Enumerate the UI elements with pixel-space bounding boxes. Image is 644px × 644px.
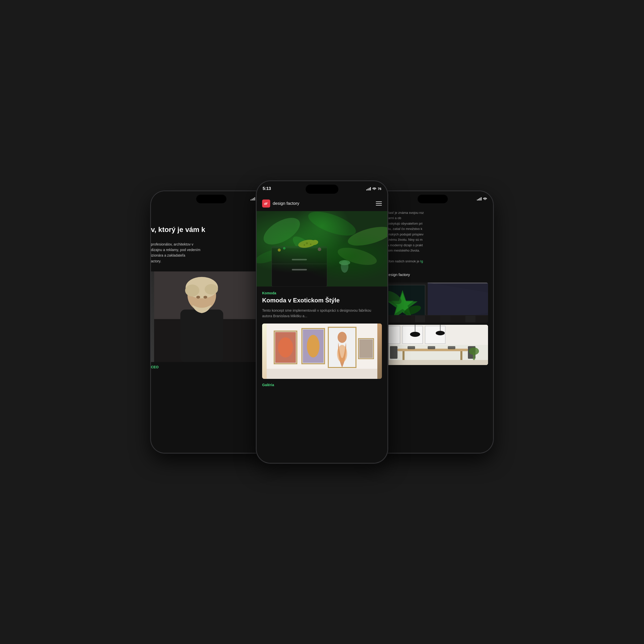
svg-text:df: df [264, 202, 268, 206]
svg-rect-83 [408, 346, 415, 349]
right-content: Táto oblasť je známa svojou roz cií, kav… [372, 191, 493, 453]
signal-bars-left [251, 197, 255, 200]
right-text-p5: spoločenských podujatí prispiev [377, 232, 488, 237]
article-excerpt-text: Tento koncept sme implementovali v spolu… [262, 308, 371, 318]
svg-point-5 [185, 285, 199, 296]
wifi-icon-right [483, 197, 487, 201]
svg-point-9 [196, 296, 200, 299]
right-img-1 [377, 283, 488, 323]
battery-value-center: 76 [378, 187, 381, 191]
svg-point-10 [204, 296, 207, 299]
person-image [151, 271, 272, 362]
signal-bar-c1 [366, 189, 367, 190]
gallery-image [262, 324, 382, 379]
gallery-category: Galéria [257, 379, 387, 387]
signal-bar-r1 [477, 199, 478, 200]
right-img-2 [377, 325, 488, 365]
right-text-p6: komunitnému životu. Nivy sú m [377, 237, 488, 242]
svg-rect-62 [390, 316, 400, 322]
left-content: v, ktorý je vám k profesionálov, archite… [151, 191, 272, 453]
center-screen: 5:13 76 [257, 181, 387, 463]
status-icons-right [477, 197, 487, 201]
logo-icon: df [262, 199, 270, 208]
svg-rect-64 [440, 316, 450, 322]
right-screen: 5:13 [372, 191, 493, 453]
signal-bar-c2 [368, 189, 368, 190]
left-body: profesionálov, architektov v dizajnu a r… [151, 241, 272, 264]
battery-center: 76 [378, 187, 381, 191]
svg-point-75 [410, 332, 420, 337]
svg-point-44 [307, 335, 319, 357]
phone-center: 5:13 76 [257, 181, 387, 463]
left-hero-text: v, ktorý je vám k [151, 218, 272, 234]
svg-rect-85 [448, 346, 455, 349]
svg-rect-81 [390, 346, 397, 359]
exotic-overlay [257, 211, 387, 287]
left-body-p4: actory. [151, 258, 272, 264]
right-link[interactable]: Ig [420, 259, 423, 263]
phone-right: 5:13 [372, 191, 493, 453]
article-title: Komoda v Exotickom Štýle [257, 297, 387, 308]
right-text-p4: rekreáciu, zatiaľ čo množstvo k [377, 226, 488, 231]
status-icons-center: 76 [366, 187, 381, 191]
gallery-svg [262, 324, 382, 379]
svg-point-6 [205, 284, 218, 295]
right-text-p9: Fotografom našich snímok je Ig [377, 259, 488, 264]
left-nav [151, 209, 272, 218]
logo-svg: df [264, 201, 269, 206]
dynamic-island-left [196, 195, 226, 203]
svg-point-87 [469, 347, 479, 355]
signal-bar-4 [254, 197, 255, 200]
dynamic-island-center [306, 185, 338, 194]
logo-text: design factory [273, 201, 299, 206]
signal-bar-r2 [478, 199, 479, 200]
status-time-center: 5:13 [263, 186, 271, 191]
right-images [372, 280, 493, 365]
svg-point-41 [278, 337, 293, 357]
left-screen: 76 v, ktorý je vám k profesionálov, ar [151, 191, 272, 453]
svg-rect-49 [359, 339, 373, 358]
left-body-p3: izionára a zakladateľa [151, 253, 272, 258]
phones-container: 76 v, ktorý je vám k profesionálov, ar [45, 181, 599, 463]
signal-bar-c4 [370, 187, 371, 190]
right-text-p2: cií, kaviarní a ob [377, 215, 488, 221]
signal-bars-right [477, 197, 481, 200]
left-body-p1: profesionálov, architektov v [151, 241, 272, 247]
svg-rect-65 [465, 316, 475, 322]
svg-rect-63 [415, 316, 425, 322]
article-excerpt: Tento koncept sme implementovali v spolu… [257, 308, 387, 324]
right-img-1-svg [377, 283, 488, 323]
right-text-area: Táto oblasť je známa svojou roz cií, kav… [372, 208, 493, 269]
logo-area: df design factory [262, 199, 299, 208]
center-nav: df design factory [257, 197, 387, 210]
signal-bar-1 [251, 199, 251, 200]
left-body-p2: dizajnu a reklamy, pod vedením [151, 247, 272, 253]
signal-bar-c3 [369, 188, 370, 190]
right-img-2-svg [377, 325, 488, 365]
ceo-label: CEO [151, 362, 272, 369]
right-logo-row: df design factory [372, 269, 493, 280]
svg-rect-8 [180, 310, 223, 362]
signal-bars-center [366, 187, 371, 190]
right-text-p7: stretáva moderný dizajn s prakt [377, 243, 488, 248]
signal-bar-3 [253, 198, 254, 200]
svg-rect-88 [377, 360, 488, 365]
signal-bar-r4 [481, 197, 481, 200]
article-category: Komoda [257, 287, 387, 297]
left-heading: v, ktorý je vám k [151, 225, 272, 234]
person-svg [151, 271, 272, 362]
signal-bar-2 [252, 199, 253, 200]
phone-left: 76 v, ktorý je vám k profesionálov, ar [151, 191, 272, 453]
signal-bar-r3 [479, 198, 480, 200]
svg-point-47 [337, 345, 347, 363]
wifi-icon-center [372, 187, 376, 191]
right-text-p8: komfortom mestského života. [377, 248, 488, 253]
svg-rect-37 [267, 369, 377, 379]
right-text-p3: parky poskytujú obyvateľom pri [377, 221, 488, 226]
svg-point-46 [338, 332, 347, 343]
svg-point-77 [436, 331, 445, 335]
right-logo-text: design factory [386, 272, 410, 277]
center-content: df design factory [257, 181, 387, 463]
svg-rect-84 [428, 346, 435, 349]
hamburger-center[interactable] [376, 202, 382, 206]
